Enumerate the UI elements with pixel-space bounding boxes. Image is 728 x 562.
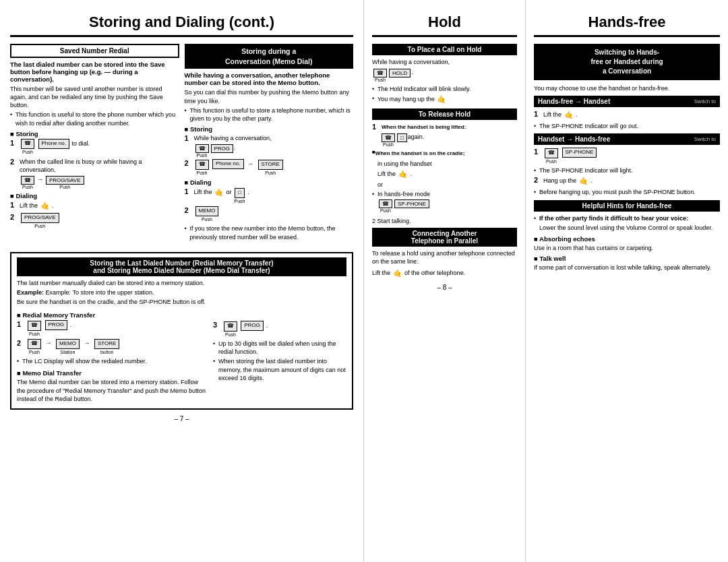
connecting-parallel: Connecting Another Telephone in Parallel…	[372, 228, 517, 278]
left-page-num: – 7 –	[10, 415, 353, 423]
page-left: Storing and Dialing (cont.) Saved Number…	[0, 0, 364, 562]
redial-title: Storing the Last Dialed Number (Redial M…	[17, 257, 346, 276]
handset-icon-hf2: 🤙	[579, 176, 588, 186]
handset-icon-release: 🤙	[398, 169, 408, 179]
hint1-label: If the other party finds it difficult to…	[539, 215, 688, 222]
hold-bullet1: The Hold Indicator will blink slowly.	[372, 85, 517, 93]
handset-icon-2: 🤙	[214, 187, 224, 197]
push-save-icon: PROG/SAVE Push	[20, 213, 60, 229]
hint1-text: Lower the sound level using the Volume C…	[534, 224, 720, 232]
m-step-2: 2 ☎ Push Phone no. → STORE Push	[185, 159, 354, 176]
or-text: or	[372, 181, 517, 189]
top-two-col: Saved Number Redial The last dialed numb…	[10, 44, 353, 247]
switching-text1: You may choose to use the handset or han…	[534, 84, 720, 92]
hold-section: Hold To Place a Call on Hold While havin…	[364, 0, 526, 562]
step-1: 1 ☎ Push Phone no. to dial.	[10, 139, 179, 156]
redial-memory-section: Storing the Last Dialed Number (Redial M…	[10, 252, 353, 410]
memo-label: Memo Dial Transfer	[17, 369, 208, 377]
phone-no-box: Phone no.	[212, 159, 243, 169]
memo-bullet1: This function is useful to store a telep…	[185, 106, 354, 123]
helpful-hints-header: Helpful Hints for Hands-free	[534, 200, 720, 212]
handset-icon-hold: 🤙	[437, 94, 446, 104]
saved-text1: This number will be saved until another …	[10, 85, 179, 109]
push-memo-icon: ☎ Push	[195, 144, 210, 158]
redial-bullet2: Up to 30 digits will be dialed when usin…	[213, 340, 346, 356]
place-call-header: To Place a Call on Hold	[372, 44, 517, 55]
m-step1-text: While having a conversation,	[194, 134, 354, 142]
saved-number-header: Saved Number Redial	[10, 44, 179, 58]
handset-hf-bullet1: The SP-PHONE Indicator will light.	[534, 166, 720, 175]
release-hold-header: To Release Hold	[372, 108, 517, 120]
page-right: Hold To Place a Call on Hold While havin…	[364, 0, 728, 562]
place-call-on-hold: To Place a Call on Hold While having a c…	[372, 44, 517, 104]
in-handset-text: in using the handset	[372, 160, 517, 168]
saved-number-redial: Saved Number Redial The last dialed numb…	[10, 44, 179, 243]
memo-bold: While having a conversation, another tel…	[185, 71, 354, 86]
handset-to-hf-box: Handset → Hands-free Switch to	[534, 133, 720, 145]
d-step-1: 1 Lift the 🤙 .	[10, 201, 179, 211]
memo-dial: Storing during a Conversation (Memo Dial…	[185, 44, 354, 243]
place-call-text1: While having a conversation,	[372, 58, 517, 66]
hold-bullet2: You may hang up the 🤙	[372, 94, 517, 104]
switching-box: Switching to Hands- free or Handset duri…	[534, 44, 720, 80]
hf-handset-sublabel: Switch to	[694, 98, 716, 104]
connect-text1: To release a hold using another telephon…	[372, 249, 517, 266]
hint2-text: Use in a room that has curtains or carpe…	[534, 244, 720, 252]
connect-lift-text: Lift the 🤙 of the other telephone.	[372, 268, 517, 278]
hf-bullet1: The SP-PHONE Indicator will go out.	[534, 122, 720, 130]
hold-title: Hold	[372, 13, 517, 31]
handset-hf-sublabel: Switch to	[694, 136, 716, 142]
redial-bullet1: The LC Display will show the redialed nu…	[17, 357, 208, 365]
handset-icon-connect: 🤙	[393, 268, 402, 278]
step-2: 2 When the called line is busy or while …	[10, 158, 179, 174]
memo-text: The Memo dial number can be stored into …	[17, 378, 208, 402]
memo-dialing-label: Dialing	[185, 179, 354, 186]
saved-bullet1: This function is useful to store the pho…	[10, 111, 179, 127]
d-step-2: 2 PROG/SAVE Push	[10, 213, 179, 229]
memo-text1: So you can dial this number by pushing t…	[185, 88, 354, 104]
redial-steps-col1: Redial Memory Transfer 1 ☎ Push PROG . 2	[17, 309, 208, 404]
on-cradle-label: When the handset is on the cradle;	[375, 150, 464, 156]
step2-text: When the called line is busy or while ha…	[20, 158, 179, 174]
hf-handset-label: Hands-free → Handset	[538, 98, 610, 105]
saved-bold-text: The last dialed number can be stored int…	[10, 61, 179, 83]
m-step-1: 1 While having a conversation,	[185, 134, 354, 142]
redial-desc1: The last number manually dialed can be s…	[17, 279, 346, 287]
handset-icon-1: 🤙	[40, 201, 50, 211]
hands-free-mode: In hands-free mode	[372, 190, 517, 198]
storing-label: Storing	[10, 130, 179, 137]
hint2-label: Absorbing echoes	[534, 235, 720, 243]
left-title: Storing and Dialing (cont.)	[10, 13, 353, 31]
handset-hf-bullet2: Before hanging up, you must push the SP-…	[534, 188, 720, 196]
memo-dial-header: Storing during a Conversation (Memo Dial…	[185, 44, 354, 69]
push-save: PROG/SAVE Push	[45, 176, 85, 189]
handsfree-section: Hands-free Switching to Hands- free or H…	[526, 0, 728, 562]
redial-memory-label: Redial Memory Transfer	[17, 311, 208, 319]
hf-to-handset-box: Hands-free → Handset Switch to	[534, 96, 720, 107]
hold-push-icon: ☎ Push	[373, 69, 388, 82]
push-prog: ☎ Push	[20, 176, 35, 189]
handsfree-title: Hands-free	[534, 13, 720, 31]
when-lifted-label: When the handset is being lifted:	[382, 124, 466, 130]
memo-store-bullet: If you store the new number into the Mem…	[185, 224, 354, 241]
redial-bullet3: When storing the last dialed number into…	[213, 357, 346, 381]
start-talking: 2 Start talking.	[372, 217, 517, 225]
handset-hf-label: Handset → Hands-free	[538, 135, 610, 143]
hint3-label: Talk well	[534, 255, 720, 262]
dialing-label: Dialing	[10, 192, 179, 199]
hint3-text: If some part of conversation is lost whi…	[534, 263, 720, 272]
redial-desc2: Be sure the handset is on the cradle, an…	[17, 298, 346, 306]
redial-steps-col2: 3 ☎ Push PROG . Up to 30 digits will be …	[213, 309, 346, 404]
push-icon-1: ☎ Push	[20, 139, 35, 155]
connecting-header: Connecting Another Telephone in Parallel	[372, 228, 517, 247]
memo-storing-label: Storing	[185, 125, 354, 133]
hold-page-num: – 8 –	[372, 284, 517, 291]
memo-dial-transfer: Memo Dial Transfer The Memo dial number …	[17, 369, 208, 402]
handset-icon-hf: 🤙	[564, 110, 574, 120]
release-hold: To Release Hold 1 When the handset is be…	[372, 108, 517, 213]
